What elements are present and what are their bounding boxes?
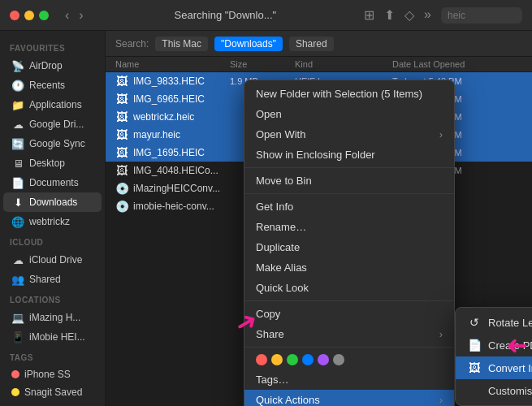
sidebar-item-tag-webtrickz[interactable]: WebTrickz [3,401,102,406]
file-icon: 🖼 [115,128,128,141]
sm-convert-image-label: Convert Image [488,362,532,374]
tag-red[interactable] [256,354,267,365]
sidebar-item-icloud[interactable]: ☁ iCloud Drive [3,250,102,270]
cm-open[interactable]: Open [244,104,454,124]
search-bar: Search: This Mac "Downloads" Shared [106,31,532,57]
sidebar-item-recents[interactable]: 🕐 Recents [3,76,102,95]
sidebar-item-tag-iphoneSS[interactable]: iPhone SS [3,365,102,383]
cm-quick-look[interactable]: Quick Look [244,278,454,298]
rotate-left-icon: ↺ [467,315,482,330]
tag-gray[interactable] [333,354,344,365]
search-tab-shared[interactable]: Shared [289,37,334,51]
cm-show-enclosing-label: Show in Enclosing Folder [256,149,443,161]
cm-new-folder-label: New Folder with Selection (5 Items) [256,88,443,100]
shared-icon: 👥 [11,273,24,286]
titlebar-actions: ⊞ ⬆ ◇ » [364,7,522,24]
sidebar-item-shared[interactable]: 👥 Shared [3,270,102,289]
cm-make-alias[interactable]: Make Alias [244,257,454,278]
cm-share[interactable]: Share › [244,324,454,344]
downloads-icon: ⬇ [11,196,24,209]
traffic-lights [10,11,49,20]
sm-convert-image[interactable]: 🖼 Convert Image [456,356,532,379]
file-name: webtrickz.heic [133,111,194,123]
forward-button[interactable]: › [76,8,86,23]
customise-icon [467,383,482,398]
cm-rename[interactable]: Rename… [244,217,454,237]
search-input[interactable] [441,7,522,24]
sidebar-applications-label: Applications [29,99,82,110]
file-icon: 🖼 [115,75,128,88]
sm-customise-label: Customise… [488,385,532,397]
sidebar-item-applications[interactable]: 📁 Applications [3,95,102,114]
sidebar-item-documents[interactable]: 📄 Documents [3,173,102,192]
icloud-icon: ☁ [11,253,24,266]
tag-yellow[interactable] [271,354,283,365]
sidebar-shared-label: Shared [29,274,61,285]
tag-blue[interactable] [302,354,314,365]
cm-quick-actions[interactable]: Quick Actions › [244,390,454,406]
sidebar-item-googledrive[interactable]: ☁ Google Dri... [3,114,102,134]
file-name: mayur.heic [133,129,180,140]
back-button[interactable]: ‹ [62,8,72,23]
sidebar-section-favourites: Favourites [0,37,105,56]
sidebar-item-webtrickz[interactable]: 🌐 webtrickz [3,212,102,231]
tag-icon[interactable]: ◇ [404,7,414,24]
sidebar-item-googlesync[interactable]: 🔄 Google Sync [3,134,102,153]
sidebar-item-tag-snagit[interactable]: Snagit Saved [3,383,102,401]
sm-rotate-left[interactable]: ↺ Rotate Left [456,311,532,334]
sidebar-item-downloads[interactable]: ⬇ Downloads [3,192,102,212]
file-name: iMazingHEICConv... [133,183,220,194]
col-kind: Kind [295,59,392,69]
search-tab-thismac[interactable]: This Mac [155,37,208,51]
airdrop-icon: 📡 [11,59,24,72]
cm-copy-label: Copy [256,308,443,320]
sidebar-documents-label: Documents [29,177,79,188]
close-button[interactable] [10,11,19,20]
recents-icon: 🕐 [11,79,24,92]
cm-tags[interactable]: Tags… [244,369,454,390]
file-header: Name Size Kind Date Last Opened [106,57,532,72]
sm-create-pdf[interactable]: 📄 Create PDF [456,334,532,356]
view-icon[interactable]: ⊞ [364,7,374,24]
convert-image-icon: 🖼 [467,361,482,375]
cm-open-with[interactable]: Open With › [244,124,454,145]
sidebar-recents-label: Recents [29,80,65,91]
action-icon[interactable]: ⬆ [384,7,395,24]
webtrickz-icon: 🌐 [11,215,24,228]
sidebar-imazing-label: iMazing H... [29,312,80,323]
more-icon[interactable]: » [424,7,431,24]
cm-quick-actions-arrow: › [439,394,443,406]
sidebar-section-tags: Tags [0,347,105,365]
cm-share-arrow: › [439,328,443,340]
cm-open-with-arrow: › [439,128,443,140]
search-tab-downloads[interactable]: "Downloads" [214,37,283,51]
cm-get-info[interactable]: Get Info [244,197,454,217]
maximize-button[interactable] [39,11,49,20]
cm-duplicate-label: Duplicate [256,241,443,253]
create-pdf-icon: 📄 [467,338,482,352]
sidebar-webtrickz-label: webtrickz [29,216,70,227]
content-area: Search: This Mac "Downloads" Shared Name… [106,31,532,406]
tag-green[interactable] [287,354,298,365]
file-name: IMG_9833.HEIC [133,76,205,87]
sidebar-item-imobie[interactable]: 📱 iMobie HEI... [3,327,102,347]
sidebar-section-locations: Locations [0,289,105,308]
tag-purple[interactable] [318,354,329,365]
cm-duplicate[interactable]: Duplicate [244,237,454,257]
minimize-button[interactable] [24,11,34,20]
context-menu: New Folder with Selection (5 Items) Open… [244,80,455,406]
imazing-icon: 💻 [11,311,24,324]
sidebar-item-imazing[interactable]: 💻 iMazing H... [3,308,102,327]
sidebar: Favourites 📡 AirDrop 🕐 Recents 📁 Applica… [0,31,106,406]
titlebar: ‹ › Searching "Downlo..." ⊞ ⬆ ◇ » [0,0,532,31]
cm-sep-4 [244,347,454,348]
cm-new-folder[interactable]: New Folder with Selection (5 Items) [244,84,454,104]
sidebar-item-airdrop[interactable]: 📡 AirDrop [3,56,102,76]
imobie-icon: 📱 [11,330,24,343]
cm-copy[interactable]: Copy [244,304,454,324]
sm-customise[interactable]: Customise… [456,379,532,402]
tag-dot-yellow [11,388,19,396]
sidebar-item-desktop[interactable]: 🖥 Desktop [3,153,102,173]
cm-show-enclosing[interactable]: Show in Enclosing Folder [244,145,454,165]
cm-move-to-bin[interactable]: Move to Bin [244,171,454,191]
